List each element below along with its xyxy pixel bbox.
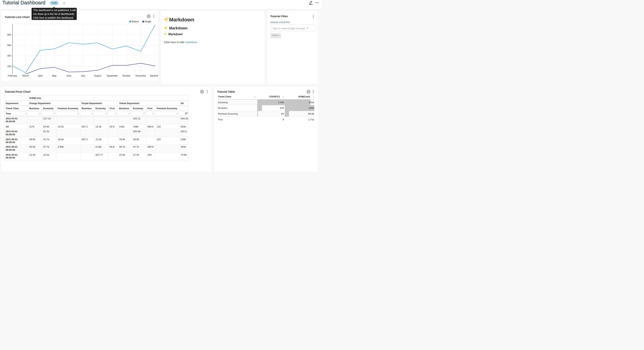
svg-text:Single: Single: [145, 20, 151, 23]
svg-text:200: 200: [8, 65, 11, 68]
svg-text:September: September: [107, 74, 118, 77]
svg-text:Return: Return: [132, 20, 139, 23]
svg-text:400: 400: [8, 54, 11, 57]
svg-text:February: February: [8, 74, 17, 77]
svg-text:August: August: [94, 74, 101, 77]
svg-text:April: April: [38, 74, 42, 77]
svg-text:November: November: [136, 74, 146, 77]
svg-text:June: June: [66, 74, 72, 77]
svg-text:March: March: [22, 74, 29, 77]
svg-text:December: December: [150, 74, 158, 77]
svg-text:800: 800: [8, 34, 11, 36]
svg-text:October: October: [122, 74, 130, 77]
svg-text:May: May: [52, 74, 56, 77]
svg-text:600: 600: [8, 44, 11, 46]
svg-text:July: July: [81, 74, 85, 77]
